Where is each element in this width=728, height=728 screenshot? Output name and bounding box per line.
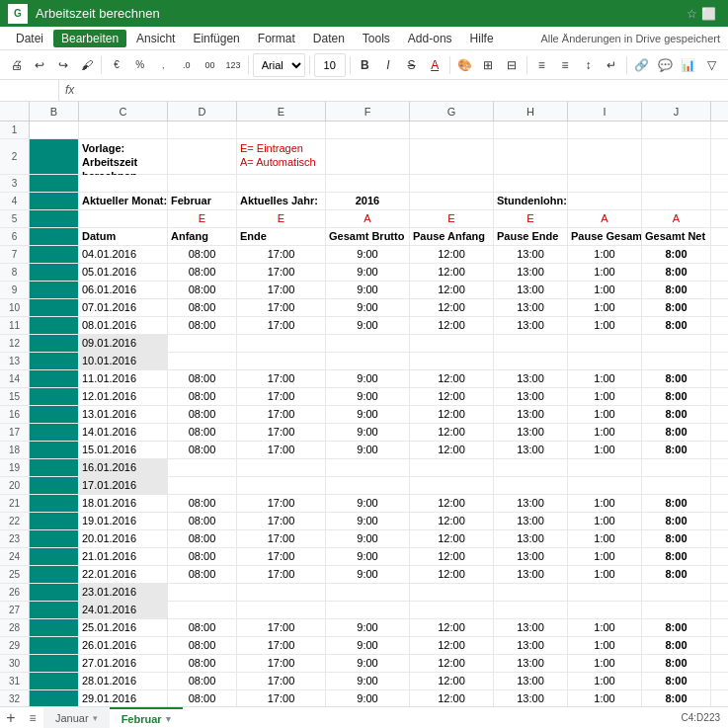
cell[interactable] xyxy=(30,602,79,618)
cell[interactable]: 1:00 xyxy=(568,317,642,334)
cell[interactable] xyxy=(237,335,326,352)
cell[interactable] xyxy=(168,477,237,494)
paint-format-button[interactable]: 🖌 xyxy=(76,53,98,77)
menu-tools[interactable]: Tools xyxy=(355,30,398,47)
link-button[interactable]: 🔗 xyxy=(631,53,653,77)
cell[interactable]: 17.01.2016 xyxy=(79,477,168,494)
cell[interactable] xyxy=(30,353,79,369)
col-header-c[interactable]: C xyxy=(79,102,168,121)
cell[interactable]: 17:00 xyxy=(237,246,326,263)
cell[interactable]: 08.01.2016 xyxy=(79,317,168,334)
cell[interactable]: 17:00 xyxy=(237,548,326,565)
cell[interactable]: 1:00 xyxy=(568,637,642,654)
cell[interactable]: 12:00 xyxy=(410,495,494,512)
sheet-tab-januar[interactable]: Januar ▾ xyxy=(43,707,110,729)
cell[interactable]: 9:00 xyxy=(326,246,410,263)
cell[interactable] xyxy=(30,264,79,281)
cell[interactable]: 9:00 xyxy=(326,406,410,423)
cell[interactable] xyxy=(168,459,237,476)
cell[interactable] xyxy=(30,246,79,263)
cell[interactable]: E xyxy=(410,210,494,227)
cell[interactable]: 12:00 xyxy=(410,388,494,405)
cell[interactable] xyxy=(410,602,494,618)
cell[interactable]: Datum xyxy=(79,228,168,245)
cell[interactable]: 26.01.2016 xyxy=(79,637,168,654)
cell[interactable]: Pause Gesamt xyxy=(568,228,642,245)
col-header-f[interactable]: F xyxy=(326,102,410,121)
cell[interactable] xyxy=(642,193,711,209)
cell[interactable] xyxy=(568,175,642,192)
cell[interactable] xyxy=(642,353,711,369)
cell[interactable]: 1:00 xyxy=(568,619,642,636)
cell[interactable]: 1:00 xyxy=(568,566,642,583)
menu-addons[interactable]: Add-ons xyxy=(400,30,460,47)
cell[interactable]: Gesamt Net xyxy=(642,228,711,245)
cell[interactable]: E xyxy=(237,210,326,227)
col-header-e[interactable]: E xyxy=(237,102,326,121)
cell[interactable] xyxy=(30,299,79,316)
cell[interactable] xyxy=(642,602,711,618)
cell[interactable]: 13:00 xyxy=(494,655,568,672)
cell[interactable] xyxy=(326,335,410,352)
cell[interactable] xyxy=(410,459,494,476)
cell[interactable]: 8:00 xyxy=(642,619,711,636)
menu-daten[interactable]: Daten xyxy=(305,30,353,47)
cell[interactable]: 9:00 xyxy=(326,655,410,672)
strike-button[interactable]: S xyxy=(401,53,423,77)
cell[interactable]: 17:00 xyxy=(237,655,326,672)
cell[interactable]: 12:00 xyxy=(410,530,494,547)
cell[interactable]: 23.01.2016 xyxy=(79,584,168,601)
cell[interactable]: 08:00 xyxy=(168,299,237,316)
cell[interactable]: 12:00 xyxy=(410,370,494,387)
cell[interactable]: 9:00 xyxy=(326,513,410,529)
cell[interactable]: 1:00 xyxy=(568,282,642,298)
cell[interactable]: 17:00 xyxy=(237,370,326,387)
cell[interactable] xyxy=(30,459,79,476)
cell[interactable] xyxy=(494,477,568,494)
cell[interactable]: 9:00 xyxy=(326,317,410,334)
cell[interactable]: A xyxy=(642,210,711,227)
cell[interactable]: 9:00 xyxy=(326,566,410,583)
cell[interactable] xyxy=(568,335,642,352)
print-button[interactable]: 🖨 xyxy=(6,53,28,77)
cell[interactable]: 09.01.2016 xyxy=(79,335,168,352)
cell[interactable]: 8:00 xyxy=(642,495,711,512)
cell[interactable]: 17:00 xyxy=(237,264,326,281)
cell[interactable]: 13:00 xyxy=(494,299,568,316)
cell[interactable]: 1:00 xyxy=(568,246,642,263)
col-header-h[interactable]: H xyxy=(494,102,568,121)
cell[interactable]: 1:00 xyxy=(568,655,642,672)
cell[interactable]: 08:00 xyxy=(168,566,237,583)
cell[interactable]: 11.01.2016 xyxy=(79,370,168,387)
cell[interactable] xyxy=(30,655,79,672)
cell[interactable]: 1:00 xyxy=(568,495,642,512)
cell[interactable]: 1:00 xyxy=(568,530,642,547)
cell[interactable]: 13:00 xyxy=(494,513,568,529)
cell[interactable]: 12:00 xyxy=(410,424,494,441)
cell[interactable]: 9:00 xyxy=(326,299,410,316)
cell[interactable]: 8:00 xyxy=(642,264,711,281)
cell[interactable] xyxy=(326,477,410,494)
cell-reference[interactable] xyxy=(0,80,59,101)
cell[interactable]: 08:00 xyxy=(168,530,237,547)
cell[interactable] xyxy=(494,584,568,601)
cell[interactable]: 08:00 xyxy=(168,513,237,529)
cell[interactable]: 12:00 xyxy=(410,619,494,636)
cell[interactable]: 12:00 xyxy=(410,246,494,263)
cell[interactable] xyxy=(30,335,79,352)
cell[interactable]: 17:00 xyxy=(237,530,326,547)
cell[interactable] xyxy=(30,619,79,636)
cell[interactable]: 8:00 xyxy=(642,513,711,529)
cell[interactable] xyxy=(410,175,494,192)
cell[interactable]: 8:00 xyxy=(642,370,711,387)
cell[interactable] xyxy=(494,335,568,352)
cell[interactable]: 12:00 xyxy=(410,690,494,706)
cell[interactable] xyxy=(642,335,711,352)
cell[interactable]: 9:00 xyxy=(326,673,410,689)
cell[interactable] xyxy=(237,353,326,369)
cell[interactable]: 8:00 xyxy=(642,566,711,583)
align-center[interactable]: ≡ xyxy=(554,53,576,77)
cell[interactable]: 13:00 xyxy=(494,246,568,263)
cell[interactable]: 12.01.2016 xyxy=(79,388,168,405)
cell[interactable]: 07.01.2016 xyxy=(79,299,168,316)
